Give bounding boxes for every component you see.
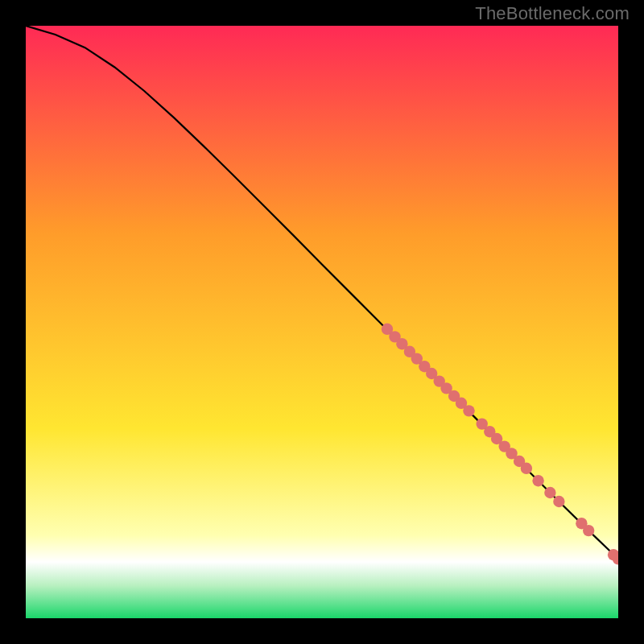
data-dot	[532, 475, 543, 486]
data-dot	[553, 496, 564, 507]
chart-svg	[26, 26, 618, 618]
watermark-text: TheBottleneck.com	[475, 3, 630, 24]
data-dot	[521, 463, 532, 474]
plot-area	[26, 26, 618, 618]
data-dot	[544, 487, 555, 498]
gradient-background	[26, 26, 618, 618]
chart-frame: TheBottleneck.com	[0, 0, 644, 644]
data-dot	[583, 525, 594, 536]
data-dot	[463, 405, 474, 416]
